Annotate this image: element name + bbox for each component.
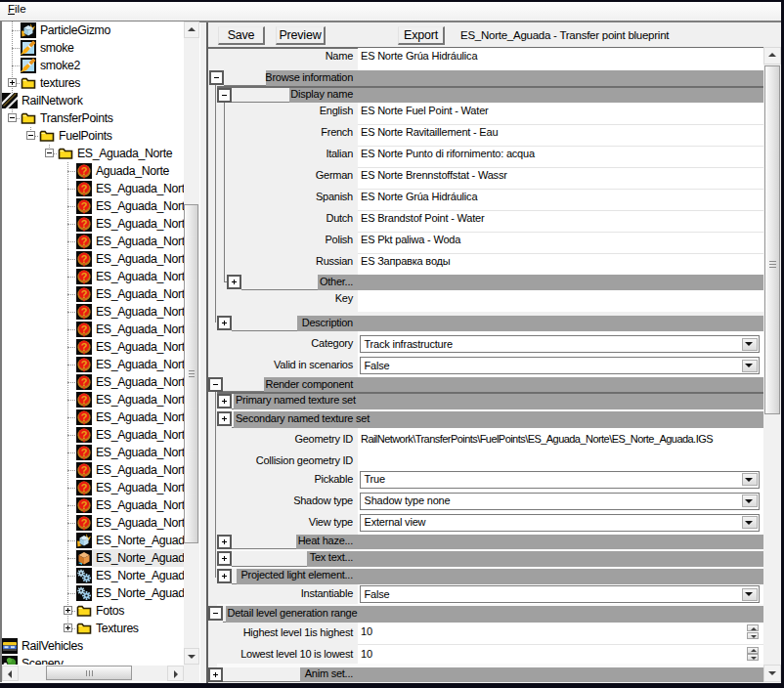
svg-text:?: ?	[81, 464, 88, 476]
svg-text:?: ?	[81, 306, 88, 318]
svg-text:?: ?	[81, 482, 88, 494]
svg-text:?: ?	[81, 253, 88, 265]
svg-text:?: ?	[81, 394, 88, 406]
svg-text:?: ?	[81, 499, 88, 511]
svg-text:?: ?	[81, 376, 88, 388]
svg-text:?: ?	[81, 429, 88, 441]
svg-text:?: ?	[81, 183, 88, 194]
svg-text:?: ?	[81, 271, 88, 282]
svg-text:?: ?	[81, 411, 88, 423]
svg-text:?: ?	[81, 288, 88, 300]
svg-text:?: ?	[81, 359, 88, 370]
svg-text:?: ?	[81, 236, 88, 247]
svg-text:?: ?	[81, 323, 88, 335]
svg-text:?: ?	[81, 517, 88, 529]
svg-text:?: ?	[81, 165, 88, 177]
svg-text:?: ?	[81, 447, 88, 458]
svg-text:?: ?	[81, 218, 88, 230]
svg-text:?: ?	[81, 341, 88, 353]
svg-text:?: ?	[81, 200, 88, 212]
